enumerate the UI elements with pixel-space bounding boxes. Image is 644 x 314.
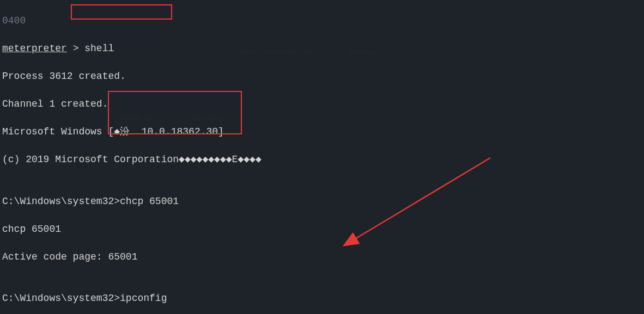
shell-cmd: > shell (67, 43, 114, 54)
meterpreter-label: meterpreter (2, 43, 67, 54)
line-chcp-echo: chcp 65001 (2, 223, 642, 237)
terminal-output[interactable]: 0400 meterpreter > shell Process 3612 cr… (0, 0, 644, 314)
line-channel-created: Channel 1 created. (2, 97, 642, 112)
prompt-ipconfig: C:\Windows\system32>ipconfig (2, 292, 642, 306)
prompt-chcp: C:\Windows\system32>chcp 65001 (2, 195, 642, 209)
line-process-created: Process 3612 created. (2, 70, 642, 84)
prompt-meterpreter: meterpreter > shell (2, 42, 642, 56)
line-copyright: (c) 2019 Microsoft Corporation◆◆◆◆◆◆◆◆◆E… (2, 153, 642, 167)
faint-header: 0400 (2, 14, 642, 28)
line-windows-version: Microsoft Windows [◆汾 10.0.18362.30] (2, 125, 642, 139)
line-active-codepage: Active code page: 65001 (2, 250, 642, 264)
